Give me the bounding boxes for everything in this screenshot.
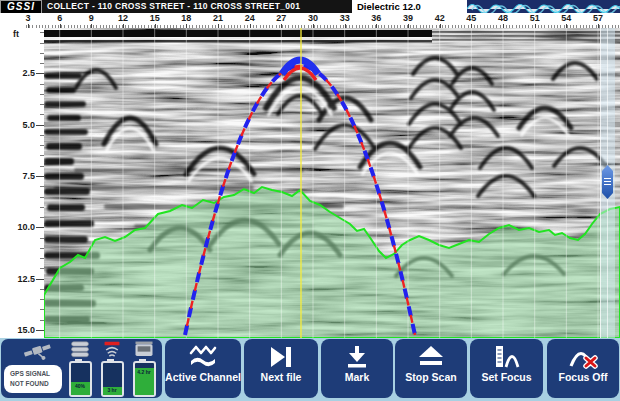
scan-scrollbar[interactable] [600, 28, 615, 338]
stop-scan-label: Stop Scan [405, 372, 456, 383]
system-status-panel: GPS SIGNAL NOT FOUND 40%3 hr4.2 hr [1, 339, 162, 398]
distance-tick-label: 45 [459, 13, 483, 23]
control-unit-indicator: 4.2 hr [131, 341, 157, 397]
gps-status-badge: GPS SIGNAL NOT FOUND [4, 365, 62, 393]
control-unit-battery: 4.2 hr [133, 361, 156, 397]
distance-tick-label: 57 [586, 13, 610, 23]
ruler-hyperbola-icon [492, 342, 522, 372]
depth-major-tick [36, 125, 44, 126]
storage-battery: 40% [69, 361, 92, 397]
distance-tick-label: 27 [269, 13, 293, 23]
waves-icon [188, 342, 218, 372]
depth-major-tick [36, 330, 44, 331]
depth-ruler: ft 2.55.07.510.012.515.0 [0, 28, 44, 338]
battery-indicators: 40%3 hr4.2 hr [67, 341, 161, 397]
bottom-toolbar: GPS SIGNAL NOT FOUND 40%3 hr4.2 hr Activ… [0, 338, 620, 401]
antenna-icon [101, 341, 123, 358]
distance-tick-label: 48 [491, 13, 515, 23]
depth-tick-label: 7.5 [7, 171, 35, 181]
storage-indicator: 40% [67, 341, 93, 397]
depth-major-tick [36, 176, 44, 177]
next-file-label: Next file [261, 372, 302, 383]
gssi-collect-app: GSSI COLLECT - 110 CROSS STREET - 110 CR… [0, 0, 620, 401]
distance-ruler: 36912151821242730333639424548515457 [0, 13, 620, 28]
distance-tick-label: 15 [143, 13, 167, 23]
mark-button[interactable]: Mark [321, 339, 393, 398]
antenna-battery-label: 3 hr [103, 387, 122, 393]
control-unit-icon [133, 341, 155, 358]
distance-tick-label: 54 [554, 13, 578, 23]
stop-scan-button[interactable]: Stop Scan [395, 339, 467, 398]
gps-status-line1: GPS SIGNAL [10, 369, 62, 379]
gps-status-line2: NOT FOUND [10, 379, 62, 389]
dielectric-value: Dielectric 12.0 [357, 0, 421, 13]
antenna-indicator: 3 hr [99, 341, 125, 397]
distance-tick-label: 18 [174, 13, 198, 23]
mark-label: Mark [345, 372, 370, 383]
set-focus-button[interactable]: Set Focus [470, 339, 543, 398]
depth-major-tick [36, 227, 44, 228]
distance-tick-label: 9 [79, 13, 103, 23]
mark-down-arrow-icon [342, 342, 372, 372]
depth-major-tick [36, 279, 44, 280]
radargram[interactable] [44, 28, 620, 338]
focus-off-label: Focus Off [559, 372, 608, 383]
gssi-logo: GSSI [0, 0, 42, 14]
distance-tick-label: 36 [364, 13, 388, 23]
distance-tick-label: 3 [16, 13, 40, 23]
focus-off-button[interactable]: Focus Off [547, 339, 619, 398]
antenna-battery: 3 hr [101, 361, 124, 397]
depth-tick-label: 15.0 [7, 325, 35, 335]
scan-scrollbar-handle[interactable] [602, 165, 613, 199]
title-bar: GSSI COLLECT - 110 CROSS STREET - 110 CR… [0, 0, 352, 13]
active-channel-label: Active Channel [165, 372, 241, 383]
gps-satellite-icon [23, 341, 53, 363]
distance-tick-label: 51 [523, 13, 547, 23]
distance-tick-label: 12 [111, 13, 135, 23]
eject-triangle-icon [416, 342, 446, 372]
storage-battery-label: 40% [71, 383, 90, 389]
depth-unit-label: ft [13, 29, 19, 39]
distance-tick-label: 30 [301, 13, 325, 23]
set-focus-label: Set Focus [481, 372, 531, 383]
disk-stack-icon [69, 341, 91, 358]
distance-tick-label: 39 [396, 13, 420, 23]
depth-major-tick [36, 73, 44, 74]
distance-tick-label: 6 [48, 13, 72, 23]
active-channel-button[interactable]: Active Channel [165, 339, 241, 398]
window-title: COLLECT - 110 CROSS STREET - 110 CROSS S… [47, 0, 300, 13]
next-file-button[interactable]: Next file [244, 339, 318, 398]
depth-tick-label: 12.5 [7, 274, 35, 284]
depth-tick-label: 5.0 [7, 120, 35, 130]
radargram-canvas [44, 28, 620, 338]
distance-tick-label: 42 [428, 13, 452, 23]
hyperbola-x-icon [568, 342, 598, 372]
distance-tick-label: 24 [238, 13, 262, 23]
depth-tick-label: 2.5 [7, 68, 35, 78]
distance-tick-label: 21 [206, 13, 230, 23]
distance-tick-label: 33 [333, 13, 357, 23]
control-unit-battery-label: 4.2 hr [135, 369, 154, 375]
skip-next-icon [266, 342, 296, 372]
depth-tick-label: 10.0 [7, 222, 35, 232]
